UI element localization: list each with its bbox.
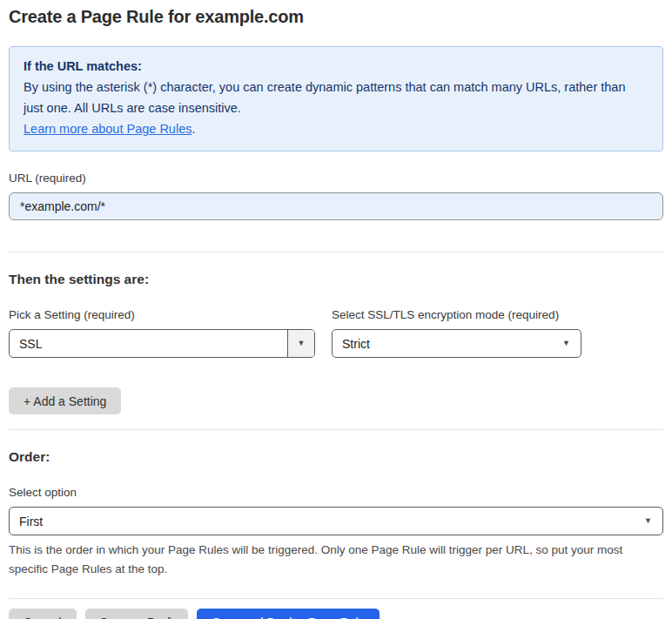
create-page-rule-form: Create a Page Rule for example.com If th…	[0, 0, 672, 619]
order-select-wrap: Select option First ▼	[9, 486, 663, 535]
divider	[9, 252, 663, 252]
add-setting-button[interactable]: + Add a Setting	[9, 387, 121, 414]
save-and-deploy-button[interactable]: Save and Deploy Page Rule	[197, 609, 380, 619]
learn-more-link[interactable]: Learn more about Page Rules	[24, 122, 192, 136]
info-box-heading: If the URL matches:	[24, 56, 648, 77]
settings-row: Pick a Setting (required) SSL ▼ Select S…	[9, 308, 663, 358]
url-field-label: URL (required)	[9, 172, 663, 185]
setting-picker-label: Pick a Setting (required)	[9, 308, 315, 321]
divider	[9, 429, 663, 430]
link-suffix: .	[192, 122, 195, 136]
ssl-mode-value: Strict	[333, 337, 562, 351]
setting-picker-value: SSL	[10, 337, 287, 351]
setting-picker-arrow-button[interactable]: ▼	[287, 330, 314, 357]
cancel-button[interactable]: Cancel	[9, 609, 77, 619]
order-help-text: This is the order in which your Page Rul…	[9, 541, 657, 579]
footer-actions: Cancel Save as Draft Save and Deploy Pag…	[9, 609, 663, 619]
ssl-mode-label: Select SSL/TLS encryption mode (required…	[332, 308, 581, 321]
info-box-body: By using the asterisk (*) character, you…	[24, 77, 648, 118]
chevron-down-icon: ▼	[298, 340, 306, 347]
chevron-down-icon: ▼	[644, 517, 652, 525]
divider	[9, 598, 663, 599]
order-select-arrow: ▼	[644, 517, 662, 525]
chevron-down-icon: ▼	[562, 340, 570, 347]
setting-picker-column: Pick a Setting (required) SSL ▼	[9, 308, 315, 358]
info-box-link-line: Learn more about Page Rules.	[24, 118, 648, 139]
ssl-mode-arrow: ▼	[562, 340, 581, 347]
order-select[interactable]: First ▼	[9, 507, 663, 535]
page-title: Create a Page Rule for example.com	[9, 7, 663, 27]
save-as-draft-button[interactable]: Save as Draft	[85, 609, 189, 619]
ssl-mode-column: Select SSL/TLS encryption mode (required…	[332, 308, 581, 358]
settings-section-heading: Then the settings are:	[9, 272, 663, 287]
order-section-heading: Order:	[9, 449, 663, 465]
url-input[interactable]	[9, 192, 663, 220]
order-select-value: First	[10, 515, 644, 528]
url-match-info-box: If the URL matches: By using the asteris…	[9, 46, 663, 151]
order-select-label: Select option	[9, 486, 663, 499]
ssl-mode-select[interactable]: Strict ▼	[332, 329, 581, 358]
setting-picker-select[interactable]: SSL ▼	[9, 329, 315, 358]
